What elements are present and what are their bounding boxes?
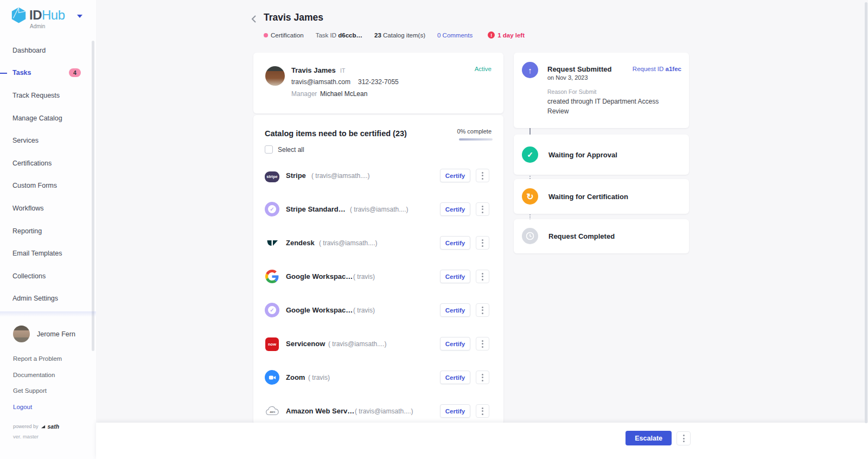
beneficiary-email: travis@iamsath.com <box>291 78 350 86</box>
sidebar-item-reporting[interactable]: Reporting <box>0 220 96 243</box>
clock-icon <box>522 228 538 244</box>
sidebar-item-certifications[interactable]: Certifications <box>0 152 96 175</box>
request-completed-card: Request Completed <box>514 219 689 253</box>
sath-logo-text: sath <box>48 423 60 430</box>
sidebar-item-workflows[interactable]: Workflows <box>0 197 96 220</box>
certify-button[interactable]: Certify <box>440 337 470 350</box>
sidebar-item-admin-settings[interactable]: Admin Settings <box>0 288 96 310</box>
catalog-title: Catalog items need to be certified (23) <box>265 129 407 138</box>
servicenow-icon: now <box>265 336 279 351</box>
catalog-row-stripe: stripe Stripe ( travis@iamsath....) Cert… <box>253 158 503 192</box>
progress-bar <box>459 138 493 141</box>
powered-by: powered by sath <box>13 423 59 430</box>
row-kebab-menu-icon[interactable] <box>476 404 489 418</box>
certify-button[interactable]: Certify <box>440 202 470 216</box>
select-all-control[interactable]: Select all <box>265 145 304 154</box>
row-kebab-menu-icon[interactable] <box>476 169 489 182</box>
action-footer: Escalate <box>96 423 868 459</box>
sidebar-item-tasks[interactable]: Tasks 4 <box>0 62 96 85</box>
reason-label: Reason For Submit <box>547 88 596 95</box>
sidebar-item-email-templates[interactable]: Email Templates <box>0 242 96 265</box>
entitlement-badge-icon: ✓ <box>265 303 279 317</box>
svg-text:aws: aws <box>270 410 275 413</box>
catalog-card: Catalog items need to be certified (23) … <box>253 115 503 425</box>
waiting-for-approval-card: ✓ Waiting for Approval <box>514 135 689 175</box>
sidebar-item-custom-forms[interactable]: Custom Forms <box>0 175 96 197</box>
sidebar-item-collections[interactable]: Collections <box>0 265 96 288</box>
brand-subtitle: Admin <box>30 23 45 29</box>
comments-link[interactable]: 0 Comments <box>437 32 473 39</box>
app-logo[interactable]: IDHub <box>11 7 65 24</box>
current-user-name: Jerome Fern <box>37 330 75 338</box>
zoom-icon <box>265 370 279 385</box>
sidebar-item-services[interactable]: Services <box>0 129 96 152</box>
row-kebab-menu-icon[interactable] <box>476 270 489 283</box>
footer-kebab-menu-icon[interactable] <box>676 431 691 445</box>
due-text: 1 day left <box>497 32 525 39</box>
request-id-link[interactable]: Request ID a1fec <box>633 66 681 72</box>
sidebar: IDHub Admin Dashboard Tasks 4 Track Requ… <box>0 0 96 459</box>
row-kebab-menu-icon[interactable] <box>476 337 489 350</box>
sidebar-item-track-requests[interactable]: Track Requests <box>0 84 96 107</box>
manager-label: Manager <box>291 90 317 98</box>
beneficiary-card: Travis James IT travis@iamsath.com 312-2… <box>253 53 503 113</box>
catalog-row-google-workspace-entitlement: ✓ Google Workspac… ( travis) Certify <box>253 293 503 327</box>
row-kebab-menu-icon[interactable] <box>476 236 489 250</box>
waiting-for-certification-card: ↻ Waiting for Certification <box>514 179 689 214</box>
aws-icon: aws <box>265 404 279 418</box>
row-kebab-menu-icon[interactable] <box>476 303 489 317</box>
report-a-problem-link[interactable]: Report a Problem <box>13 355 62 362</box>
select-all-checkbox[interactable] <box>265 145 273 154</box>
progress-label: 0% complete <box>457 128 492 135</box>
brand-name: IDHub <box>29 8 65 23</box>
row-kebab-menu-icon[interactable] <box>476 202 489 216</box>
due-badge: ! 1 day left <box>488 31 525 39</box>
catalog-row-zendesk: Zendesk ( travis@iamsath....) Certify <box>253 226 503 259</box>
chevron-left-icon <box>250 14 259 24</box>
google-icon <box>265 269 279 284</box>
sidebar-nav: Dashboard Tasks 4 Track Requests Manage … <box>0 39 96 310</box>
page-title: Travis James <box>264 12 323 23</box>
catalog-items-count: 23 <box>374 32 381 39</box>
task-meta-row: Certification Task ID d6ccb… 23 Catalog … <box>264 31 525 39</box>
check-icon: ✓ <box>522 146 538 163</box>
row-kebab-menu-icon[interactable] <box>476 371 489 384</box>
catalog-row-servicenow: now Servicenow ( travis@iamsath....) Cer… <box>253 327 503 360</box>
certify-button[interactable]: Certify <box>440 303 470 317</box>
submitted-date: on Nov 3, 2023 <box>547 74 588 81</box>
task-id-value: d6ccb… <box>338 32 362 39</box>
logout-link[interactable]: Logout <box>13 404 62 410</box>
stripe-icon: stripe <box>265 168 279 183</box>
entitlement-badge-icon: ✓ <box>265 202 279 216</box>
certify-button[interactable]: Certify <box>440 270 470 283</box>
zendesk-icon <box>265 235 279 250</box>
documentation-link[interactable]: Documentation <box>13 372 62 378</box>
page-scrollbar[interactable] <box>865 2 867 423</box>
certify-button[interactable]: Certify <box>440 371 470 384</box>
sidebar-scrollbar[interactable] <box>92 41 94 351</box>
get-support-link[interactable]: Get Support <box>13 387 62 394</box>
step-title: Request Submitted <box>547 65 611 73</box>
sidebar-footer-links: Report a Problem Documentation Get Suppo… <box>13 355 62 410</box>
back-button[interactable] <box>250 14 259 24</box>
beneficiary-department: IT <box>340 67 345 74</box>
certify-button[interactable]: Certify <box>440 169 470 182</box>
reason-text: created through IT Department Access Rev… <box>547 97 667 116</box>
brand-dropdown-caret-icon[interactable] <box>77 15 82 18</box>
catalog-row-google-workspace: Google Workspac… ( travis) Certify <box>253 259 503 293</box>
catalog-row-zoom: Zoom ( travis) Certify <box>253 360 503 394</box>
certify-button[interactable]: Certify <box>440 404 470 418</box>
status-badge: Active <box>475 66 492 72</box>
current-user[interactable]: Jerome Fern <box>13 326 75 342</box>
escalate-button[interactable]: Escalate <box>626 431 672 445</box>
beneficiary-phone: 312-232-7055 <box>358 78 399 86</box>
refresh-icon: ↻ <box>522 188 538 205</box>
certify-button[interactable]: Certify <box>440 236 470 250</box>
sidebar-item-manage-catalog[interactable]: Manage Catalog <box>0 107 96 130</box>
sidebar-item-dashboard[interactable]: Dashboard <box>0 39 96 62</box>
alert-icon: ! <box>488 31 495 39</box>
catalog-items-label: Catalog item(s) <box>383 32 425 39</box>
idhub-hexagon-icon <box>11 7 27 24</box>
select-all-label: Select all <box>278 146 304 154</box>
avatar <box>13 326 30 342</box>
